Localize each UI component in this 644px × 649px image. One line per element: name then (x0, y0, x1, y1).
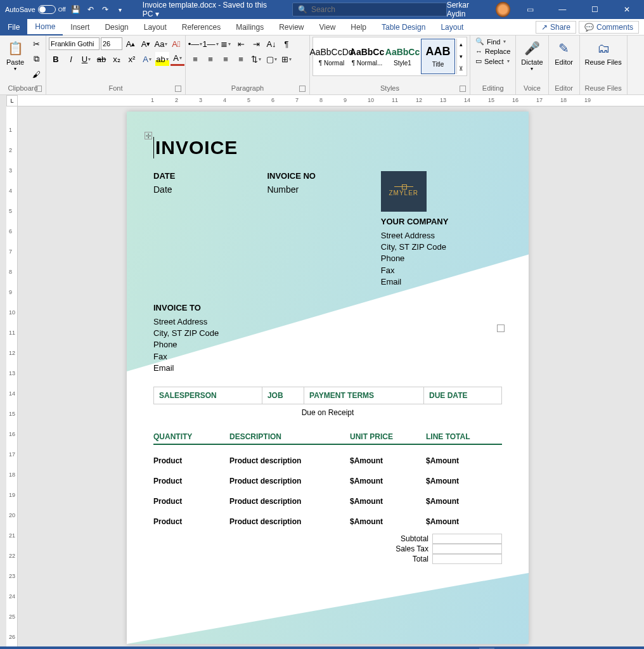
ribbon-display-icon[interactable]: ▭ (518, 0, 543, 19)
align-left-icon[interactable]: ≡ (188, 52, 202, 66)
company-line[interactable]: Phone (381, 253, 502, 264)
paste-button[interactable]: 📋 Paste ▾ (3, 37, 28, 73)
style-gallery[interactable]: AaBbCcDd¶ Normal AaBbCc¶ Normal... AaBbC… (312, 37, 467, 76)
change-case-icon[interactable]: Aa▾ (154, 37, 168, 51)
table-resize-handle[interactable] (497, 324, 505, 332)
subtotal-label[interactable]: Subtotal (392, 534, 432, 544)
highlight-icon[interactable]: ab▾ (155, 52, 169, 66)
tab-references[interactable]: References (174, 19, 228, 35)
copy-icon[interactable]: ⧉ (29, 52, 43, 66)
item-cell[interactable]: Product description (229, 517, 350, 526)
search-box[interactable]: 🔍 (292, 3, 447, 16)
show-marks-icon[interactable]: ¶ (280, 37, 293, 51)
tab-layout[interactable]: Layout (136, 19, 174, 35)
item-cell[interactable]: Product description (229, 456, 350, 465)
tab-design[interactable]: Design (97, 19, 136, 35)
replace-button[interactable]: ↔ Replace (473, 47, 513, 56)
invoice-no-label[interactable]: INVOICE NO (267, 171, 368, 181)
item-cell[interactable]: $Amount (426, 517, 502, 526)
table-anchor-icon[interactable]: ✢ (145, 132, 152, 139)
item-row[interactable]: ProductProduct description$Amount$Amount (153, 517, 502, 526)
payment-row[interactable]: Due on Receipt (153, 404, 502, 421)
shrink-font-icon[interactable]: A▾ (139, 37, 153, 51)
item-cell[interactable]: $Amount (350, 456, 426, 465)
minimize-icon[interactable]: — (550, 0, 575, 19)
decrease-indent-icon[interactable]: ⇤ (234, 37, 248, 51)
tab-mailings[interactable]: Mailings (228, 19, 271, 35)
item-cell[interactable]: $Amount (426, 456, 502, 465)
item-cell[interactable]: $Amount (350, 497, 426, 506)
style-style1[interactable]: AaBbCcStyle1 (385, 39, 420, 74)
style-gallery-more[interactable]: ▴▾⊻ (456, 39, 465, 74)
paragraph-launcher[interactable] (299, 86, 306, 92)
th-salesperson[interactable]: SALESPERSON (154, 387, 262, 404)
invoice-title[interactable]: INVOICE (153, 137, 502, 158)
bold-icon[interactable]: B (49, 52, 63, 66)
select-button[interactable]: ▭ Select ▾ (473, 56, 513, 66)
maximize-icon[interactable]: ☐ (583, 0, 607, 19)
save-icon[interactable]: 💾 (71, 4, 80, 15)
item-cell[interactable]: $Amount (350, 517, 426, 526)
tax-box[interactable] (432, 544, 502, 554)
th-due-date[interactable]: DUE DATE (424, 387, 502, 404)
strike-icon[interactable]: ab (94, 52, 108, 66)
style-title[interactable]: AABTitle (421, 39, 455, 74)
user-name[interactable]: Serkar Aydin (447, 1, 489, 18)
invoice-to-line[interactable]: Fax (153, 351, 502, 363)
tax-label[interactable]: Sales Tax (392, 544, 432, 554)
item-cell[interactable]: Product (153, 456, 229, 465)
autosave-toggle[interactable]: AutoSave Off (5, 5, 66, 14)
ruler-corner[interactable]: L (6, 95, 18, 106)
tab-insert[interactable]: Insert (63, 19, 97, 35)
cut-icon[interactable]: ✂ (29, 37, 43, 51)
th-unit-price[interactable]: UNIT PRICE (350, 432, 426, 441)
dictate-button[interactable]: 🎤 Dictate ▾ (518, 37, 545, 73)
item-row[interactable]: ProductProduct description$Amount$Amount (153, 477, 502, 485)
align-right-icon[interactable]: ≡ (219, 52, 233, 66)
invoice-to-label[interactable]: INVOICE TO (153, 303, 502, 312)
document-area[interactable]: 1234567891011121314151617181920212223242… (0, 106, 644, 646)
item-cell[interactable]: Product (153, 477, 229, 485)
item-cell[interactable]: $Amount (426, 497, 502, 506)
style-normal[interactable]: AaBbCcDd¶ Normal (314, 39, 349, 74)
find-button[interactable]: 🔍 Find ▾ (473, 37, 513, 46)
sort-icon[interactable]: A↓ (264, 37, 278, 51)
subtotal-box[interactable] (432, 534, 502, 544)
th-quantity[interactable]: QUANTITY (153, 432, 229, 441)
invoice-to-line[interactable]: Email (153, 363, 502, 374)
justify-icon[interactable]: ≡ (234, 52, 248, 66)
format-painter-icon[interactable]: 🖌 (29, 67, 43, 81)
numbering-icon[interactable]: 1―▾ (203, 37, 217, 51)
item-cell[interactable]: $Amount (350, 477, 426, 485)
qat-customize-icon[interactable]: ▾ (115, 4, 125, 15)
grow-font-icon[interactable]: A▴ (124, 37, 138, 51)
horizontal-ruler[interactable]: 12345678910111213141516171819 (18, 95, 644, 106)
th-description[interactable]: DESCRIPTION (229, 432, 350, 441)
share-button[interactable]: ↗ Share (536, 21, 576, 34)
invoice-to-line[interactable]: City, ST ZIP Code (153, 328, 502, 339)
tab-table-design[interactable]: Table Design (374, 19, 433, 35)
user-avatar[interactable] (496, 2, 510, 17)
date-label[interactable]: DATE (153, 171, 254, 181)
tab-home[interactable]: Home (27, 19, 63, 35)
date-value[interactable]: Date (153, 184, 254, 195)
total-box[interactable] (432, 554, 502, 564)
invoice-to-line[interactable]: Phone (153, 339, 502, 350)
font-size-combo[interactable] (101, 37, 122, 50)
increase-indent-icon[interactable]: ⇥ (249, 37, 263, 51)
tab-view[interactable]: View (312, 19, 344, 35)
th-line-total[interactable]: LINE TOTAL (426, 432, 502, 441)
close-icon[interactable]: ✕ (614, 0, 639, 19)
style-normal2[interactable]: AaBbCc¶ Normal... (350, 39, 384, 74)
item-cell[interactable]: $Amount (426, 477, 502, 485)
items-header[interactable]: QUANTITY DESCRIPTION UNIT PRICE LINE TOT… (153, 432, 502, 445)
payment-table[interactable]: SALESPERSON JOB PAYMENT TERMS DUE DATE (153, 387, 502, 404)
undo-icon[interactable]: ↶ (86, 4, 95, 15)
th-payment-terms[interactable]: PAYMENT TERMS (304, 387, 424, 404)
italic-icon[interactable]: I (64, 52, 78, 66)
tab-file[interactable]: File (0, 19, 27, 35)
invoice-to-line[interactable]: Street Address (153, 316, 502, 328)
tab-table-layout[interactable]: Layout (433, 19, 471, 35)
item-row[interactable]: ProductProduct description$Amount$Amount (153, 456, 502, 465)
clipboard-launcher[interactable] (35, 86, 42, 92)
